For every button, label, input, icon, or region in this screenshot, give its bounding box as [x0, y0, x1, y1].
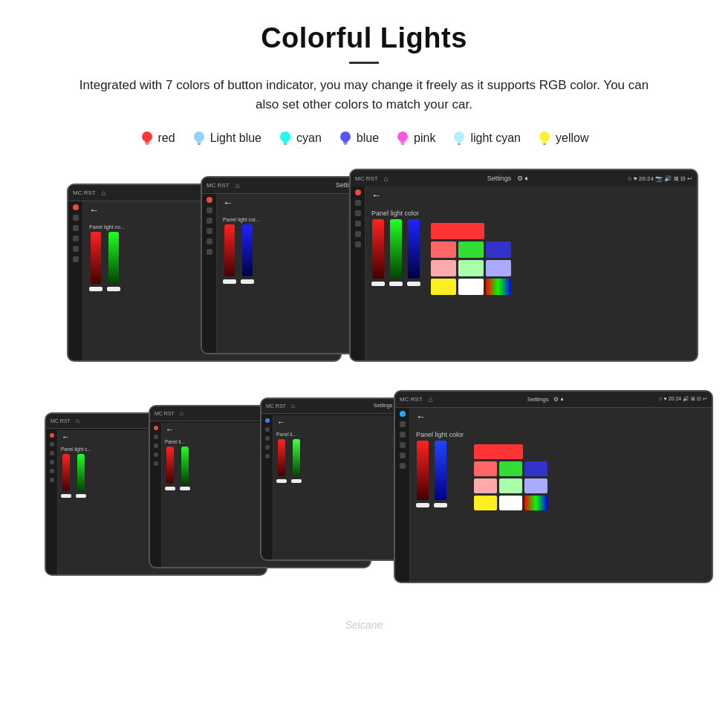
svg-rect-1 — [145, 141, 149, 143]
svg-rect-14 — [401, 143, 404, 145]
color-label-pink: pink — [414, 132, 435, 145]
svg-point-18 — [539, 132, 550, 142]
bottom-screen-4: MC RST ⌂ Settings ⚙ ♦ ☆ ♥ 20:24 🔊 ⊠ ⊟ ↩ … — [394, 390, 713, 583]
color-item-cyan: cyan — [278, 129, 322, 148]
bulb-red — [140, 129, 155, 148]
svg-rect-10 — [343, 141, 348, 143]
color-item-lightcyan: light cyan — [452, 129, 521, 148]
svg-rect-4 — [197, 141, 201, 143]
color-item-yellow: yellow — [537, 129, 588, 148]
color-label-lightcyan: light cyan — [470, 132, 521, 145]
color-item-blue: blue — [338, 129, 379, 148]
header-section: Colorful Lights Integrated with 7 colors… — [30, 22, 698, 115]
svg-point-0 — [142, 132, 152, 142]
header-description: Integrated with 7 colors of button indic… — [74, 76, 654, 115]
bottom-screens-row: MC RST ⌂ Settings ⚙ ← Panel light c... — [30, 390, 698, 613]
svg-point-12 — [397, 132, 408, 142]
svg-rect-8 — [284, 143, 287, 145]
color-indicators-row: red Light blue cyan blue pink — [30, 129, 698, 148]
svg-rect-13 — [400, 141, 405, 143]
svg-point-15 — [454, 132, 464, 142]
color-label-yellow: yellow — [556, 132, 588, 145]
color-label-blue: blue — [357, 132, 379, 145]
svg-rect-17 — [458, 143, 461, 145]
page-title: Colorful Lights — [30, 22, 698, 54]
bulb-lightcyan — [452, 129, 467, 148]
color-item-lightblue: Light blue — [192, 129, 261, 148]
bulb-cyan — [278, 129, 293, 148]
color-label-lightblue: Light blue — [210, 132, 261, 145]
color-item-red: red — [140, 129, 175, 148]
svg-rect-5 — [198, 143, 201, 145]
svg-rect-19 — [542, 141, 547, 143]
page-container: Colorful Lights Integrated with 7 colors… — [0, 0, 728, 646]
svg-rect-16 — [457, 141, 461, 143]
bulb-yellow — [537, 129, 552, 148]
color-label-cyan: cyan — [296, 132, 322, 145]
svg-rect-11 — [344, 143, 347, 145]
bulb-blue — [338, 129, 353, 148]
watermark: Seicane — [30, 619, 698, 631]
bulb-lightblue — [192, 129, 207, 148]
color-label-red: red — [158, 132, 175, 145]
header-divider — [349, 62, 379, 64]
svg-rect-7 — [283, 141, 287, 143]
svg-point-9 — [340, 132, 351, 142]
top-screen-3: MC RST ⌂ Settings ⚙ ♦ ☆ ♥ 20:24 📷 🔊 ⊠ ⊟ … — [349, 169, 698, 362]
svg-rect-20 — [543, 143, 546, 145]
svg-point-6 — [280, 132, 290, 142]
color-item-pink: pink — [395, 129, 435, 148]
svg-rect-2 — [146, 143, 149, 145]
bulb-pink — [395, 129, 410, 148]
top-screens-row: MC RST ⌂ Settings ⚙ ♦ ← Panel light co.. — [30, 169, 698, 377]
svg-point-3 — [194, 132, 204, 142]
